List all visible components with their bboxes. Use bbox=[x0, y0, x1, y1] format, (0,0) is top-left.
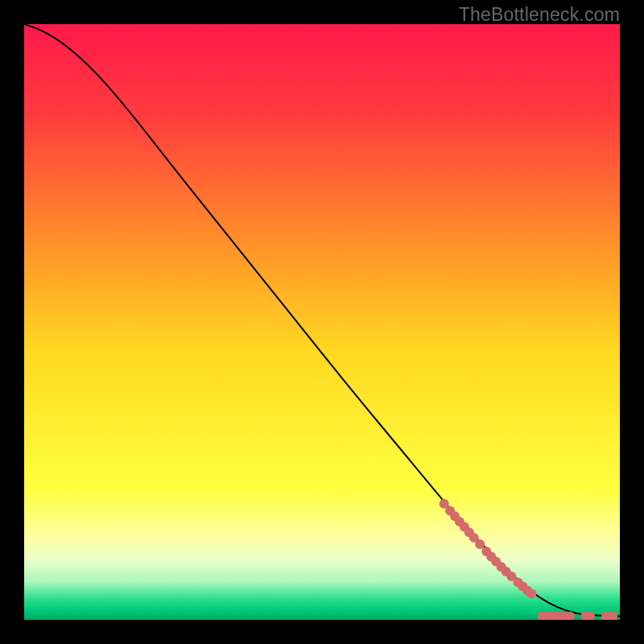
chart-frame: TheBottleneck.com bbox=[0, 0, 644, 644]
watermark-text: TheBottleneck.com bbox=[459, 4, 620, 26]
chart-plot-area bbox=[24, 24, 620, 620]
chart-svg bbox=[24, 24, 620, 620]
data-point bbox=[475, 539, 485, 549]
data-point bbox=[526, 588, 536, 598]
chart-background bbox=[24, 24, 620, 620]
